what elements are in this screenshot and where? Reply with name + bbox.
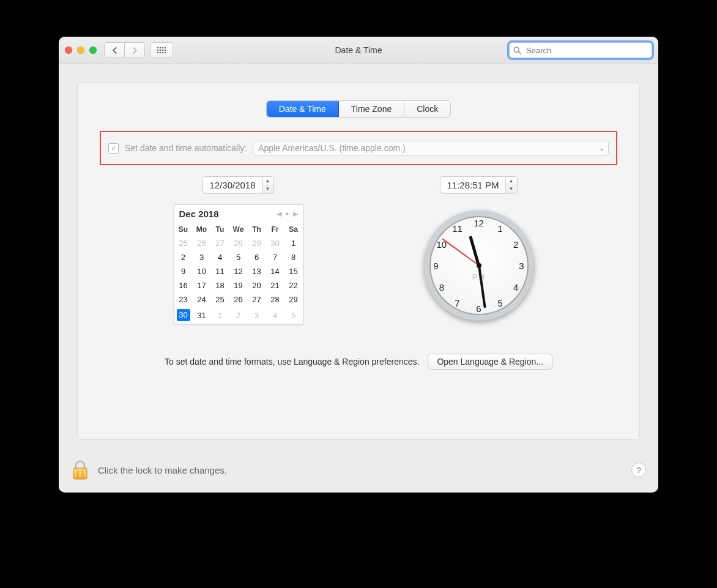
auto-set-highlight: ✓ Set date and time automatically: Apple… (100, 131, 617, 165)
calendar-weekday: Th (248, 223, 266, 236)
time-field[interactable]: 11:28:51 PM ▲ ▼ (440, 176, 517, 193)
calendar-day[interactable]: 29 (248, 236, 266, 250)
calendar-grid: SuMoTuWeThFrSa 2526272829301234567891011… (174, 223, 303, 324)
calendar-day[interactable]: 23 (174, 292, 193, 307)
titlebar: Date & Time (59, 37, 658, 64)
calendar-day[interactable]: 8 (284, 250, 303, 264)
calendar-day[interactable]: 26 (193, 236, 211, 250)
clock-number: 7 (455, 297, 459, 308)
calendar-day[interactable]: 11 (211, 264, 229, 278)
calendar-day[interactable]: 7 (266, 250, 284, 264)
calendar-day[interactable]: 5 (284, 307, 303, 324)
close-window-button[interactable] (65, 47, 72, 54)
stepper-down-icon[interactable]: ▼ (506, 185, 517, 193)
clock-pivot (477, 263, 481, 268)
calendar-today-icon[interactable]: ● (285, 210, 289, 218)
calendar-day[interactable]: 27 (248, 292, 266, 307)
calendar-day[interactable]: 1 (211, 307, 229, 324)
date-stepper[interactable]: ▲ ▼ (262, 176, 274, 193)
calendar-day[interactable]: 3 (193, 250, 211, 264)
clock-number: 2 (513, 239, 518, 250)
calendar-day[interactable]: 12 (229, 264, 248, 278)
time-column: 11:28:51 PM ▲ ▼ PM 121234567891011 (377, 176, 581, 324)
calendar-weekday: Sa (284, 223, 303, 236)
calendar-day[interactable]: 10 (193, 264, 211, 278)
search-input[interactable] (525, 45, 648, 56)
calendar-day[interactable]: 28 (266, 292, 284, 307)
calendar-day[interactable]: 22 (284, 278, 303, 292)
time-stepper[interactable]: ▲ ▼ (505, 176, 518, 193)
calendar-weekday: Mo (193, 223, 211, 236)
lock-message: Click the lock to make changes. (98, 465, 227, 475)
open-language-region-button[interactable]: Open Language & Region... (428, 354, 552, 370)
calendar-day[interactable]: 27 (211, 236, 229, 250)
svg-point-10 (162, 52, 164, 54)
time-server-value: Apple Americas/U.S. (time.apple.com.) (258, 143, 405, 153)
tab-date-time[interactable]: Date & Time (267, 101, 339, 117)
svg-point-5 (160, 50, 162, 51)
calendar-next-icon[interactable]: ▶ (293, 210, 298, 218)
svg-point-2 (162, 47, 164, 49)
calendar-month-label: Dec 2018 (179, 209, 219, 219)
tab-time-zone[interactable]: Time Zone (339, 101, 404, 117)
show-all-button[interactable] (150, 42, 173, 58)
clock-number: 5 (497, 297, 502, 308)
calendar-day[interactable]: 24 (193, 292, 211, 307)
calendar-day[interactable]: 21 (266, 278, 284, 292)
search-icon (513, 47, 521, 54)
calendar-day[interactable]: 3 (248, 307, 266, 324)
svg-point-11 (165, 52, 166, 54)
calendar-day[interactable]: 18 (211, 278, 229, 292)
forward-button[interactable] (124, 42, 145, 58)
minimize-window-button[interactable] (77, 47, 84, 54)
calendar-weekday: Su (174, 223, 193, 236)
clock-number: 6 (476, 303, 481, 314)
svg-point-4 (157, 50, 159, 51)
calendar-day[interactable]: 4 (211, 250, 229, 264)
tab-clock[interactable]: Clock (404, 101, 450, 117)
stepper-up-icon[interactable]: ▲ (262, 177, 273, 185)
calendar-weekday: Tu (211, 223, 229, 236)
svg-point-8 (157, 52, 159, 54)
calendar[interactable]: Dec 2018 ◀ ● ▶ SuMoTuWeThFrSa 2526272829… (174, 204, 303, 324)
calendar-day[interactable]: 19 (229, 278, 248, 292)
search-field[interactable] (509, 42, 652, 58)
lock-icon (71, 460, 89, 480)
calendar-day[interactable]: 30 (266, 236, 284, 250)
calendar-day[interactable]: 13 (248, 264, 266, 278)
calendar-day[interactable]: 2 (174, 250, 193, 264)
calendar-day[interactable]: 14 (266, 264, 284, 278)
calendar-day[interactable]: 26 (229, 292, 248, 307)
calendar-day[interactable]: 5 (229, 250, 248, 264)
zoom-window-button[interactable] (89, 47, 97, 54)
calendar-day[interactable]: 16 (174, 278, 193, 292)
stepper-up-icon[interactable]: ▲ (506, 177, 517, 185)
calendar-day[interactable]: 30 (174, 307, 193, 324)
stepper-down-icon[interactable]: ▼ (262, 185, 273, 193)
calendar-weekday: We (229, 223, 248, 236)
content-area: Date & Time Time Zone Clock ✓ Set date a… (59, 64, 658, 455)
calendar-day[interactable]: 20 (248, 278, 266, 292)
calendar-day[interactable]: 29 (284, 292, 303, 307)
calendar-day[interactable]: 31 (193, 307, 211, 324)
calendar-day[interactable]: 28 (229, 236, 248, 250)
calendar-prev-icon[interactable]: ◀ (277, 210, 281, 218)
calendar-day[interactable]: 15 (284, 264, 303, 278)
clock-number: 4 (513, 282, 518, 292)
calendar-day[interactable]: 17 (193, 278, 211, 292)
calendar-day[interactable]: 25 (174, 236, 193, 250)
lock-button[interactable] (71, 460, 89, 480)
time-server-combobox[interactable]: Apple Americas/U.S. (time.apple.com.) ⌄ (253, 141, 609, 155)
calendar-day[interactable]: 4 (266, 307, 284, 324)
calendar-day[interactable]: 2 (229, 307, 248, 324)
auto-set-checkbox[interactable]: ✓ (108, 143, 119, 154)
date-field[interactable]: 12/30/2018 ▲ ▼ (202, 176, 273, 193)
clock-number: 8 (439, 282, 444, 292)
calendar-day[interactable]: 6 (248, 250, 266, 264)
help-button[interactable]: ? (631, 463, 646, 477)
back-button[interactable] (104, 42, 125, 58)
date-field-value: 12/30/2018 (202, 176, 261, 193)
calendar-day[interactable]: 1 (284, 236, 303, 250)
calendar-day[interactable]: 9 (174, 264, 193, 278)
calendar-day[interactable]: 25 (211, 292, 229, 307)
